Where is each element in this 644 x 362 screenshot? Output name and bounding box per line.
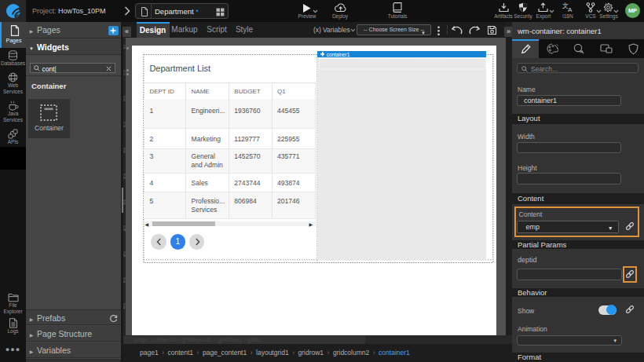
svg-text:A: A	[568, 6, 573, 13]
svg-text:(x): (x)	[313, 26, 321, 34]
